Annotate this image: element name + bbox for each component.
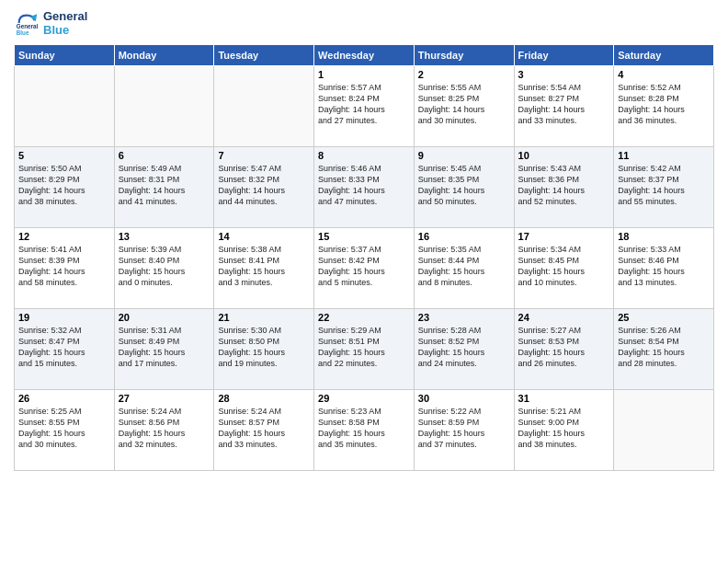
cell-details: Sunrise: 5:21 AM Sunset: 9:00 PM Dayligh… (518, 406, 610, 451)
calendar-cell: 7Sunrise: 5:47 AM Sunset: 8:32 PM Daylig… (214, 147, 314, 228)
day-number: 17 (518, 231, 610, 242)
calendar-cell: 27Sunrise: 5:24 AM Sunset: 8:56 PM Dayli… (114, 390, 214, 471)
calendar-cell: 4Sunrise: 5:52 AM Sunset: 8:28 PM Daylig… (614, 66, 714, 147)
weekday-header-sunday: Sunday (15, 45, 115, 66)
cell-details: Sunrise: 5:34 AM Sunset: 8:45 PM Dayligh… (518, 244, 610, 289)
calendar-cell: 16Sunrise: 5:35 AM Sunset: 8:44 PM Dayli… (414, 228, 514, 309)
day-number: 19 (18, 312, 110, 323)
day-number: 20 (119, 312, 210, 323)
cell-details: Sunrise: 5:50 AM Sunset: 8:29 PM Dayligh… (18, 163, 110, 208)
day-number: 4 (618, 69, 710, 80)
cell-details: Sunrise: 5:24 AM Sunset: 8:57 PM Dayligh… (218, 406, 310, 451)
calendar-cell: 29Sunrise: 5:23 AM Sunset: 8:58 PM Dayli… (314, 390, 415, 471)
cell-details: Sunrise: 5:27 AM Sunset: 8:53 PM Dayligh… (518, 325, 610, 370)
calendar-cell: 14Sunrise: 5:38 AM Sunset: 8:41 PM Dayli… (214, 228, 314, 309)
calendar-cell (114, 66, 214, 147)
cell-details: Sunrise: 5:38 AM Sunset: 8:41 PM Dayligh… (218, 244, 310, 289)
day-number: 7 (218, 150, 310, 161)
day-number: 16 (418, 231, 510, 242)
calendar-cell: 28Sunrise: 5:24 AM Sunset: 8:57 PM Dayli… (214, 390, 314, 471)
calendar-cell: 17Sunrise: 5:34 AM Sunset: 8:45 PM Dayli… (514, 228, 614, 309)
calendar-cell: 12Sunrise: 5:41 AM Sunset: 8:39 PM Dayli… (15, 228, 115, 309)
week-row-1: 1Sunrise: 5:57 AM Sunset: 8:24 PM Daylig… (15, 66, 714, 147)
calendar-cell: 1Sunrise: 5:57 AM Sunset: 8:24 PM Daylig… (314, 66, 415, 147)
cell-details: Sunrise: 5:26 AM Sunset: 8:54 PM Dayligh… (618, 325, 710, 370)
cell-details: Sunrise: 5:42 AM Sunset: 8:37 PM Dayligh… (618, 163, 710, 208)
week-row-3: 12Sunrise: 5:41 AM Sunset: 8:39 PM Dayli… (15, 228, 714, 309)
cell-details: Sunrise: 5:31 AM Sunset: 8:49 PM Dayligh… (119, 325, 210, 370)
cell-details: Sunrise: 5:37 AM Sunset: 8:42 PM Dayligh… (318, 244, 410, 289)
header: General Blue General Blue (14, 9, 714, 37)
day-number: 8 (318, 150, 410, 161)
cell-details: Sunrise: 5:57 AM Sunset: 8:24 PM Dayligh… (318, 82, 410, 127)
day-number: 30 (418, 393, 510, 404)
day-number: 6 (119, 150, 210, 161)
calendar: SundayMondayTuesdayWednesdayThursdayFrid… (14, 44, 714, 471)
calendar-cell: 6Sunrise: 5:49 AM Sunset: 8:31 PM Daylig… (114, 147, 214, 228)
cell-details: Sunrise: 5:28 AM Sunset: 8:52 PM Dayligh… (418, 325, 510, 370)
calendar-cell: 31Sunrise: 5:21 AM Sunset: 9:00 PM Dayli… (514, 390, 614, 471)
calendar-cell: 23Sunrise: 5:28 AM Sunset: 8:52 PM Dayli… (414, 309, 514, 390)
day-number: 14 (218, 231, 310, 242)
week-row-2: 5Sunrise: 5:50 AM Sunset: 8:29 PM Daylig… (15, 147, 714, 228)
weekday-header-wednesday: Wednesday (314, 45, 415, 66)
logo-icon: General Blue (14, 10, 40, 36)
svg-text:Blue: Blue (17, 29, 29, 36)
calendar-cell: 20Sunrise: 5:31 AM Sunset: 8:49 PM Dayli… (114, 309, 214, 390)
calendar-cell: 11Sunrise: 5:42 AM Sunset: 8:37 PM Dayli… (614, 147, 714, 228)
cell-details: Sunrise: 5:46 AM Sunset: 8:33 PM Dayligh… (318, 163, 410, 208)
calendar-cell: 15Sunrise: 5:37 AM Sunset: 8:42 PM Dayli… (314, 228, 415, 309)
calendar-cell: 10Sunrise: 5:43 AM Sunset: 8:36 PM Dayli… (514, 147, 614, 228)
calendar-cell (15, 66, 115, 147)
day-number: 31 (518, 393, 610, 404)
day-number: 15 (318, 231, 410, 242)
week-row-5: 26Sunrise: 5:25 AM Sunset: 8:55 PM Dayli… (15, 390, 714, 471)
day-number: 28 (218, 393, 310, 404)
cell-details: Sunrise: 5:54 AM Sunset: 8:27 PM Dayligh… (518, 82, 610, 127)
page: General Blue General Blue SundayMondayTu… (0, 0, 728, 563)
week-row-4: 19Sunrise: 5:32 AM Sunset: 8:47 PM Dayli… (15, 309, 714, 390)
day-number: 26 (18, 393, 110, 404)
calendar-cell (214, 66, 314, 147)
weekday-header-monday: Monday (114, 45, 214, 66)
calendar-cell: 3Sunrise: 5:54 AM Sunset: 8:27 PM Daylig… (514, 66, 614, 147)
day-number: 3 (518, 69, 610, 80)
day-number: 10 (518, 150, 610, 161)
cell-details: Sunrise: 5:35 AM Sunset: 8:44 PM Dayligh… (418, 244, 510, 289)
calendar-cell: 13Sunrise: 5:39 AM Sunset: 8:40 PM Dayli… (114, 228, 214, 309)
logo: General Blue General Blue (14, 9, 87, 37)
weekday-header-saturday: Saturday (614, 45, 714, 66)
cell-details: Sunrise: 5:30 AM Sunset: 8:50 PM Dayligh… (218, 325, 310, 370)
day-number: 2 (418, 69, 510, 80)
weekday-header-thursday: Thursday (414, 45, 514, 66)
cell-details: Sunrise: 5:55 AM Sunset: 8:25 PM Dayligh… (418, 82, 510, 127)
calendar-cell: 26Sunrise: 5:25 AM Sunset: 8:55 PM Dayli… (15, 390, 115, 471)
cell-details: Sunrise: 5:49 AM Sunset: 8:31 PM Dayligh… (119, 163, 210, 208)
day-number: 25 (618, 312, 710, 323)
weekday-header-tuesday: Tuesday (214, 45, 314, 66)
weekday-header-friday: Friday (514, 45, 614, 66)
day-number: 29 (318, 393, 410, 404)
calendar-cell (614, 390, 714, 471)
cell-details: Sunrise: 5:33 AM Sunset: 8:46 PM Dayligh… (618, 244, 710, 289)
cell-details: Sunrise: 5:29 AM Sunset: 8:51 PM Dayligh… (318, 325, 410, 370)
logo-text-line2: Blue (43, 23, 87, 37)
calendar-cell: 2Sunrise: 5:55 AM Sunset: 8:25 PM Daylig… (414, 66, 514, 147)
calendar-cell: 25Sunrise: 5:26 AM Sunset: 8:54 PM Dayli… (614, 309, 714, 390)
day-number: 27 (119, 393, 210, 404)
day-number: 13 (119, 231, 210, 242)
day-number: 12 (18, 231, 110, 242)
calendar-cell: 22Sunrise: 5:29 AM Sunset: 8:51 PM Dayli… (314, 309, 415, 390)
cell-details: Sunrise: 5:52 AM Sunset: 8:28 PM Dayligh… (618, 82, 710, 127)
day-number: 21 (218, 312, 310, 323)
calendar-cell: 5Sunrise: 5:50 AM Sunset: 8:29 PM Daylig… (15, 147, 115, 228)
calendar-cell: 9Sunrise: 5:45 AM Sunset: 8:35 PM Daylig… (414, 147, 514, 228)
day-number: 24 (518, 312, 610, 323)
calendar-cell: 21Sunrise: 5:30 AM Sunset: 8:50 PM Dayli… (214, 309, 314, 390)
calendar-cell: 19Sunrise: 5:32 AM Sunset: 8:47 PM Dayli… (15, 309, 115, 390)
calendar-cell: 8Sunrise: 5:46 AM Sunset: 8:33 PM Daylig… (314, 147, 415, 228)
cell-details: Sunrise: 5:24 AM Sunset: 8:56 PM Dayligh… (119, 406, 210, 451)
cell-details: Sunrise: 5:45 AM Sunset: 8:35 PM Dayligh… (418, 163, 510, 208)
cell-details: Sunrise: 5:39 AM Sunset: 8:40 PM Dayligh… (119, 244, 210, 289)
cell-details: Sunrise: 5:32 AM Sunset: 8:47 PM Dayligh… (18, 325, 110, 370)
